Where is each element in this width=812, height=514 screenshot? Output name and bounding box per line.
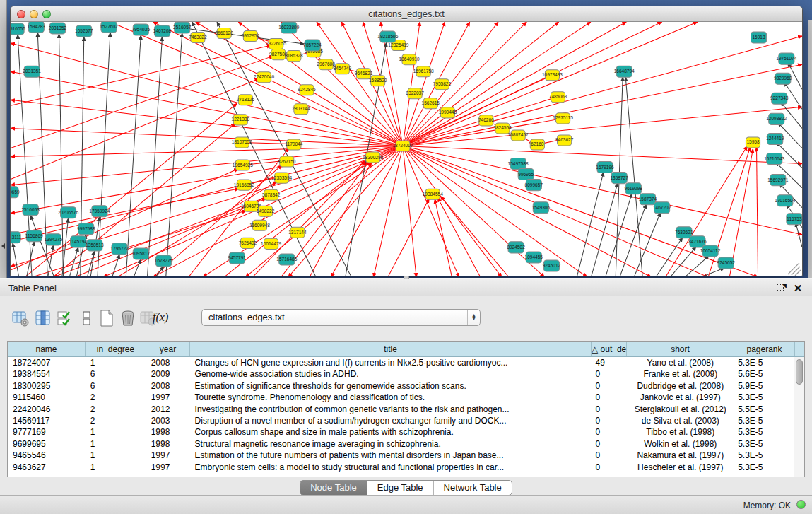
- table-cell[interactable]: Investigating the contribution of common…: [190, 404, 591, 415]
- column-header-short[interactable]: short: [627, 342, 734, 356]
- table-selector-dropdown[interactable]: citations_edges.txt ▲▼: [201, 309, 481, 326]
- window-resize-grip[interactable]: [788, 263, 801, 276]
- graph-edge[interactable]: [11, 146, 403, 266]
- graph-edge[interactable]: [11, 169, 238, 270]
- graph-edge[interactable]: [69, 247, 78, 276]
- table-cell[interactable]: Franke et al. (2009): [625, 368, 733, 380]
- table-row[interactable]: 2242004622012Investigating the contribut…: [8, 404, 794, 415]
- table-row[interactable]: 1456911722003Disruption of a novel membe…: [8, 415, 794, 426]
- table-cell[interactable]: 1: [86, 450, 146, 461]
- table-cell[interactable]: 5.3E-5: [733, 392, 794, 403]
- graph-edge[interactable]: [403, 146, 502, 276]
- table-cell[interactable]: Estimation of significance thresholds fo…: [190, 380, 591, 392]
- table-cell[interactable]: 5.5E-5: [733, 404, 794, 415]
- table-cell[interactable]: 1997: [146, 392, 190, 403]
- table-cell[interactable]: 19384554: [8, 368, 86, 380]
- table-cell[interactable]: Tibbo et al. (1998): [625, 426, 733, 438]
- column-header-pagerank[interactable]: pagerank: [734, 342, 795, 356]
- tab-node-table[interactable]: Node Table: [300, 481, 367, 495]
- table-cell[interactable]: 1: [86, 426, 146, 438]
- graph-edge[interactable]: [32, 211, 246, 276]
- table-cell[interactable]: 9699695: [8, 438, 86, 450]
- tab-network-table[interactable]: Network Table: [434, 481, 512, 495]
- graph-edge[interactable]: [403, 36, 802, 146]
- table-cell[interactable]: 5.9E-5: [733, 380, 794, 392]
- delete-column-icon[interactable]: [119, 309, 137, 327]
- table-cell[interactable]: Nakamura et al. (1997): [625, 450, 733, 461]
- table-cell[interactable]: 49: [591, 357, 626, 368]
- graph-edge[interactable]: [403, 64, 802, 146]
- table-row[interactable]: 946554611997Estimation of the future num…: [8, 450, 794, 461]
- table-cell[interactable]: 5.3E-5: [733, 450, 794, 461]
- table-cell[interactable]: 5.3E-5: [733, 357, 794, 368]
- network-canvas[interactable]: 7463822866012859129542322605598275088186…: [11, 22, 802, 276]
- table-cell[interactable]: Wolkin et al. (1998): [625, 438, 733, 450]
- table-cell[interactable]: 0: [591, 392, 626, 403]
- table-cell[interactable]: 2: [86, 415, 146, 426]
- table-cell[interactable]: Hescheler et al. (1997): [625, 462, 733, 473]
- select-columns-icon[interactable]: [34, 309, 52, 327]
- splitter-grip[interactable]: [404, 276, 409, 279]
- table-cell[interactable]: 0: [591, 450, 626, 461]
- graph-edge[interactable]: [13, 243, 19, 276]
- tab-edge-table[interactable]: Edge Table: [367, 481, 434, 495]
- table-cell[interactable]: 2003: [146, 415, 190, 426]
- table-row[interactable]: 911546021997Tourette syndrome. Phenomeno…: [8, 392, 794, 403]
- table-cell[interactable]: 5.3E-5: [733, 415, 794, 426]
- scrollbar-thumb[interactable]: [796, 359, 803, 385]
- column-header-title[interactable]: title: [190, 342, 592, 356]
- select-all-rows-icon[interactable]: [56, 309, 74, 327]
- table-cell[interactable]: 9465546: [8, 450, 86, 461]
- table-settings-icon[interactable]: [11, 309, 30, 327]
- table-cell[interactable]: 1998: [146, 426, 190, 438]
- table-cell[interactable]: Tourette syndrome. Phenomenology and cla…: [190, 392, 591, 403]
- graph-edge[interactable]: [437, 198, 480, 276]
- table-cell[interactable]: Jankovic et al. (1997): [625, 392, 733, 403]
- table-cell[interactable]: Structural magnetic resonance image aver…: [190, 438, 591, 450]
- graph-edge[interactable]: [440, 197, 509, 276]
- table-cell[interactable]: Dudbridge et al. (2008): [625, 380, 733, 392]
- graph-edge[interactable]: [331, 146, 403, 276]
- collapse-arrow-icon[interactable]: [1, 243, 5, 249]
- table-row[interactable]: 977716911998Corpus callosum shape and si…: [8, 426, 794, 438]
- table-cell[interactable]: 9777169: [8, 426, 86, 438]
- graph-edge[interactable]: [30, 216, 54, 276]
- graph-edge[interactable]: [11, 146, 403, 241]
- graph-edge[interactable]: [252, 161, 365, 276]
- graph-edge[interactable]: [619, 204, 646, 276]
- table-cell[interactable]: 18300295: [8, 380, 86, 392]
- graph-edge[interactable]: [729, 148, 753, 276]
- graph-edge[interactable]: [147, 37, 162, 276]
- table-cell[interactable]: de Silva et al. (2003): [625, 415, 733, 426]
- table-cell[interactable]: 0: [591, 404, 626, 415]
- table-cell[interactable]: Genome-wide association studies in ADHD.: [190, 368, 591, 380]
- table-cell[interactable]: 2008: [146, 357, 190, 368]
- table-vertical-scrollbar[interactable]: [794, 357, 804, 477]
- table-cell[interactable]: 2: [86, 392, 146, 403]
- table-cell[interactable]: 2: [86, 404, 146, 415]
- column-header-year[interactable]: year: [146, 342, 190, 356]
- graph-edge[interactable]: [11, 71, 403, 146]
- graph-edge[interactable]: [591, 183, 618, 276]
- network-graph-svg[interactable]: 7463822866012859129542322605598275088186…: [11, 22, 802, 276]
- table-row[interactable]: 969969511998Structural magnetic resonanc…: [8, 438, 794, 450]
- table-cell[interactable]: 1: [86, 462, 146, 473]
- table-header-row[interactable]: namein_degreeyeartitle△ out_de...shortpa…: [8, 342, 804, 357]
- graph-edge[interactable]: [683, 256, 709, 276]
- column-header-in_degree[interactable]: in_degree: [86, 342, 146, 356]
- table-cell[interactable]: Estimation of the future numbers of pati…: [190, 450, 591, 461]
- graph-edge[interactable]: [403, 146, 459, 276]
- table-cell[interactable]: 0: [591, 380, 626, 392]
- table-panel-header[interactable]: Table Panel ◥ ✕: [0, 278, 812, 296]
- table-cell[interactable]: 5.3E-5: [733, 462, 794, 473]
- table-cell[interactable]: 5.3E-5: [733, 426, 794, 438]
- table-cell[interactable]: Disruption of a novel member of a sodium…: [190, 415, 591, 426]
- table-cell[interactable]: 5.3E-5: [733, 438, 794, 450]
- column-header-out_de[interactable]: △ out_de...: [592, 342, 627, 356]
- table-cell[interactable]: 1997: [146, 462, 190, 473]
- dropdown-stepper-icon[interactable]: ▲▼: [467, 310, 480, 325]
- table-cell[interactable]: 22420046: [8, 404, 86, 415]
- table-row[interactable]: 1938455462009Genome-wide association stu…: [8, 368, 794, 380]
- float-panel-icon[interactable]: ◥: [775, 282, 787, 293]
- table-cell[interactable]: 9115460: [8, 392, 86, 403]
